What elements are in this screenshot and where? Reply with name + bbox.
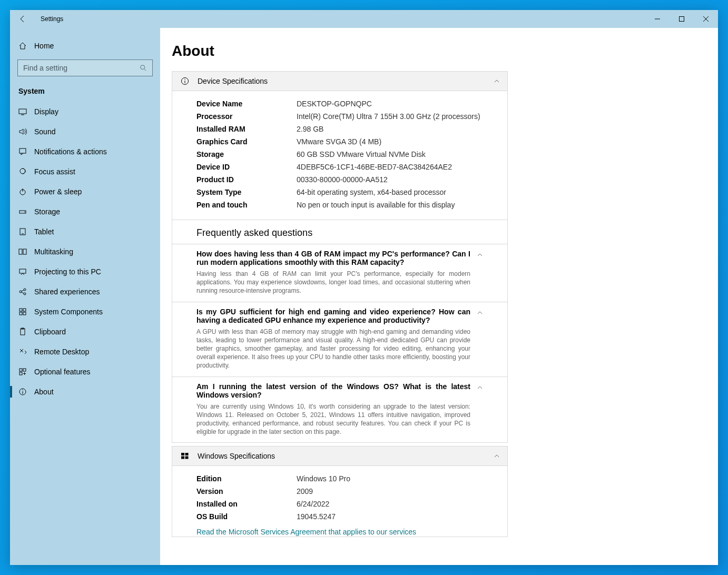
sidebar-item-about[interactable]: About <box>10 382 160 402</box>
minimize-icon <box>655 16 660 22</box>
panel-title: Device Specifications <box>198 77 494 85</box>
windows-spec-header[interactable]: Windows Specifications <box>172 447 507 466</box>
nav-label: Power & sleep <box>34 187 82 196</box>
nav-label: Focus assist <box>34 167 75 176</box>
device-spec-panel: Device Specifications Device Name DESKTO… <box>172 71 508 220</box>
faq-answer: You are currently using Windows 10, it's… <box>196 402 470 437</box>
nav-list: Display Sound Notifications & actions Fo… <box>10 102 160 402</box>
sidebar-item-shared[interactable]: Shared experiences <box>10 282 160 302</box>
spec-value: 2009 <box>297 487 500 495</box>
spec-value: DESKTOP-GOPNQPC <box>297 100 500 108</box>
spec-label: Version <box>196 487 297 495</box>
device-spec-grid: Device Name DESKTOP-GOPNQPC Processor In… <box>172 91 507 220</box>
sidebar-item-tablet[interactable]: Tablet <box>10 222 160 242</box>
spec-value: 19045.5247 <box>297 512 500 521</box>
back-button[interactable] <box>10 10 35 28</box>
nav-label: Remote Desktop <box>34 348 89 356</box>
sidebar-home[interactable]: Home <box>10 36 160 55</box>
settings-window: Settings Home <box>10 10 718 565</box>
nav-label: System Components <box>34 308 103 316</box>
components-icon <box>18 308 27 316</box>
faq-question: How does having less than 4 GB of RAM im… <box>196 250 470 266</box>
sidebar-item-power[interactable]: Power & sleep <box>10 182 160 202</box>
optional-icon <box>18 368 27 376</box>
maximize-icon <box>679 16 684 22</box>
device-spec-header[interactable]: Device Specifications <box>172 72 507 91</box>
sidebar-item-projecting[interactable]: Projecting to this PC <box>10 262 160 282</box>
sidebar-item-notifications[interactable]: Notifications & actions <box>10 142 160 162</box>
services-agreement-link[interactable]: Read the Microsoft Services Agreement th… <box>196 528 416 536</box>
nav-label: Sound <box>34 127 55 136</box>
nav-label: Display <box>34 107 58 116</box>
spec-label: OS Build <box>196 512 297 521</box>
maximize-button[interactable] <box>670 10 694 28</box>
search-box[interactable] <box>17 60 153 76</box>
faq-item[interactable]: Is my GPU sufficient for high end gaming… <box>172 302 507 376</box>
home-label: Home <box>34 42 54 50</box>
sidebar-item-multitasking[interactable]: Multitasking <box>10 242 160 262</box>
clipboard-icon <box>18 328 27 336</box>
nav-label: Tablet <box>34 227 54 236</box>
svg-rect-14 <box>23 249 26 254</box>
spec-value: 6/24/2022 <box>297 500 500 508</box>
sidebar-item-remote[interactable]: Remote Desktop <box>10 342 160 362</box>
spec-value: Intel(R) Core(TM) Ultra 7 155H 3.00 GHz … <box>297 112 500 121</box>
sidebar-item-sound[interactable]: Sound <box>10 122 160 142</box>
tablet-icon <box>18 227 27 236</box>
svg-rect-27 <box>19 372 22 375</box>
sidebar: Home System Display Sound <box>10 28 160 565</box>
sidebar-item-storage[interactable]: Storage <box>10 202 160 222</box>
chevron-up-icon <box>494 78 500 84</box>
spec-label: Installed RAM <box>196 125 297 133</box>
nav-label: Storage <box>34 207 60 216</box>
svg-rect-25 <box>19 369 22 371</box>
spec-label: Pen and touch <box>196 201 297 209</box>
spec-label: Processor <box>196 112 297 121</box>
projecting-icon <box>18 267 27 276</box>
svg-rect-1 <box>680 17 684 22</box>
svg-point-17 <box>24 289 26 291</box>
close-button[interactable] <box>694 10 718 28</box>
spec-value: 00330-80000-00000-AA512 <box>297 175 500 184</box>
search-input[interactable] <box>23 64 147 72</box>
svg-rect-23 <box>21 329 25 335</box>
spec-label: Edition <box>196 474 297 483</box>
window-controls <box>645 10 718 28</box>
shared-icon <box>18 288 27 296</box>
svg-point-30 <box>22 390 23 390</box>
sidebar-item-optional[interactable]: Optional features <box>10 362 160 382</box>
svg-line-3 <box>144 69 146 71</box>
faq-title: Frequently asked questions <box>172 220 507 244</box>
window-title: Settings <box>41 15 63 23</box>
sidebar-item-clipboard[interactable]: Clipboard <box>10 322 160 342</box>
chevron-up-icon <box>477 250 483 295</box>
sidebar-item-components[interactable]: System Components <box>10 302 160 322</box>
faq-block: Frequently asked questions How does havi… <box>172 220 508 443</box>
spec-label: Installed on <box>196 500 297 508</box>
svg-rect-22 <box>23 312 26 315</box>
page-title: About <box>172 43 508 60</box>
spec-value: Windows 10 Pro <box>297 474 500 483</box>
spec-label: Graphics Card <box>196 137 297 146</box>
svg-point-18 <box>24 293 26 295</box>
spec-value: 60 GB SSD VMware Virtual NVMe Disk <box>297 150 500 158</box>
svg-rect-20 <box>23 309 26 311</box>
sidebar-item-focus-assist[interactable]: Focus assist <box>10 162 160 182</box>
svg-rect-37 <box>185 457 189 459</box>
power-icon <box>18 187 27 196</box>
spec-label: Product ID <box>196 175 297 184</box>
titlebar: Settings <box>10 10 718 28</box>
windows-icon <box>180 452 190 460</box>
chevron-up-icon <box>477 308 483 370</box>
sidebar-item-display[interactable]: Display <box>10 102 160 122</box>
faq-item[interactable]: How does having less than 4 GB of RAM im… <box>172 244 507 302</box>
sound-icon <box>18 127 27 136</box>
spec-value: VMware SVGA 3D (4 MB) <box>297 137 500 146</box>
minimize-button[interactable] <box>645 10 670 28</box>
panel-title: Windows Specifications <box>198 452 494 460</box>
svg-rect-19 <box>19 309 22 311</box>
faq-answer: Having less than 4 GB of RAM can limit y… <box>196 270 470 295</box>
main-content[interactable]: About Device Specifications Device Name <box>160 28 718 565</box>
faq-item[interactable]: Am I running the latest version of the W… <box>172 376 507 443</box>
svg-point-16 <box>19 291 22 293</box>
